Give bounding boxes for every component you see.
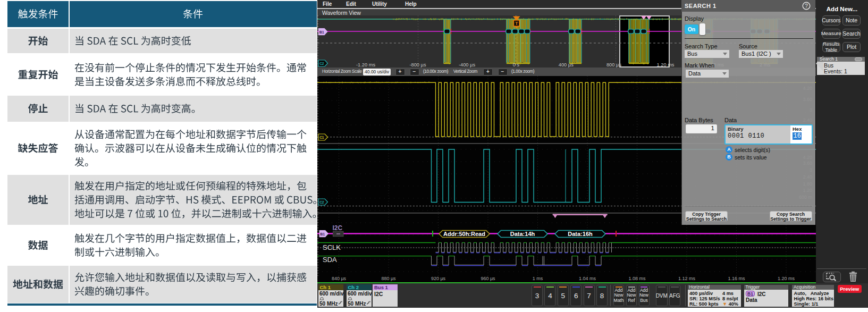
svg-text:1.16 ms: 1.16 ms xyxy=(728,276,745,281)
svg-text:SDA: SDA xyxy=(323,256,337,264)
svg-text:840 µs: 840 µs xyxy=(332,276,347,281)
svg-text:960 µs: 960 µs xyxy=(481,276,495,281)
svg-text:0 s: 0 s xyxy=(513,62,520,68)
svg-text:C2: C2 xyxy=(319,62,324,65)
svg-text:-800 µs: -800 µs xyxy=(409,62,426,68)
svg-text:I2C: I2C xyxy=(333,224,343,232)
svg-text:B1: B1 xyxy=(320,232,325,236)
svg-text:1.08 ms: 1.08 ms xyxy=(628,276,646,281)
svg-text:-1.20 ms: -1.20 ms xyxy=(356,62,376,68)
svg-text:1.20 ms: 1.20 ms xyxy=(656,62,674,68)
svg-text:880 µs: 880 µs xyxy=(381,276,396,281)
svg-text:1 ms: 1 ms xyxy=(533,276,543,281)
svg-text:800 µs: 800 µs xyxy=(606,62,621,68)
svg-text:Addr:50h:Read: Addr:50h:Read xyxy=(443,231,485,237)
svg-text:-400 µs: -400 µs xyxy=(459,62,476,68)
svg-text:1.12 ms: 1.12 ms xyxy=(678,276,696,281)
svg-text:920 µs: 920 µs xyxy=(431,276,446,281)
svg-text:Data:16h: Data:16h xyxy=(568,231,593,237)
svg-text:1.04 ms: 1.04 ms xyxy=(579,276,596,281)
svg-text:T: T xyxy=(515,20,518,26)
svg-text:B1: B1 xyxy=(319,30,324,34)
svg-text:?: ? xyxy=(805,3,808,9)
svg-text:1.20 ms: 1.20 ms xyxy=(778,276,795,281)
svg-text:C1: C1 xyxy=(319,136,324,139)
svg-text:400 µs: 400 µs xyxy=(559,62,574,68)
svg-text:SCLK: SCLK xyxy=(323,243,341,251)
svg-text:Data:14h: Data:14h xyxy=(510,231,535,237)
svg-text:C2: C2 xyxy=(319,200,324,204)
